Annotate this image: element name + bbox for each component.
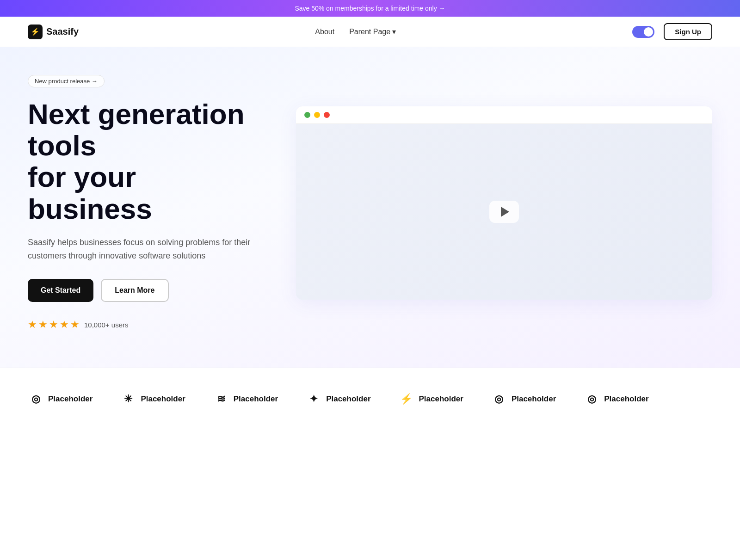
hero-section: New product release → Next generation to… xyxy=(0,47,740,368)
chevron-down-icon: ▾ xyxy=(392,27,396,36)
logo-2: ✳ Placeholder xyxy=(120,391,185,407)
logo-3: ≋ Placeholder xyxy=(213,391,278,407)
hero-right xyxy=(296,106,712,300)
logo-3-icon: ≋ xyxy=(213,391,229,407)
get-started-button[interactable]: Get Started xyxy=(28,279,93,302)
logo-7-icon: ◎ xyxy=(584,391,599,407)
logo-4-icon: ✦ xyxy=(306,391,321,407)
users-count: 10,000+ users xyxy=(84,321,129,329)
logo-6: ◎ Placeholder xyxy=(491,391,556,407)
logos-strip: ◎ Placeholder ✳ Placeholder ≋ Placeholde… xyxy=(0,368,740,430)
hero-description: Saasify helps businesses focus on solvin… xyxy=(28,236,268,263)
dot-red xyxy=(324,112,330,118)
promo-banner[interactable]: Save 50% on memberships for a limited ti… xyxy=(0,0,740,17)
nav-about[interactable]: About xyxy=(315,28,334,36)
hero-title: Next generation tools for your business xyxy=(28,98,268,225)
logo-6-icon: ◎ xyxy=(491,391,507,407)
logo-1: ◎ Placeholder xyxy=(28,391,92,407)
signup-button[interactable]: Sign Up xyxy=(664,23,712,40)
dot-yellow xyxy=(314,112,320,118)
logo-7: ◎ Placeholder xyxy=(584,391,648,407)
logo-7-label: Placeholder xyxy=(604,394,648,404)
logo-1-icon: ◎ xyxy=(28,391,43,407)
nav-parent-page[interactable]: Parent Page ▾ xyxy=(349,27,396,36)
banner-text: Save 50% on memberships for a limited ti… xyxy=(295,5,445,12)
logo-4-label: Placeholder xyxy=(326,394,370,404)
logo-4: ✦ Placeholder xyxy=(306,391,370,407)
learn-more-button[interactable]: Learn More xyxy=(101,279,168,302)
theme-toggle[interactable] xyxy=(632,26,654,38)
star-rating: ★ ★ ★ ★ ★ xyxy=(28,319,80,331)
navbar: ⚡ Saasify About Parent Page ▾ Sign Up xyxy=(0,17,740,47)
social-proof: ★ ★ ★ ★ ★ 10,000+ users xyxy=(28,319,268,331)
logo-2-icon: ✳ xyxy=(120,391,136,407)
nav-right: Sign Up xyxy=(632,23,712,40)
logo-2-label: Placeholder xyxy=(141,394,185,404)
logo-text: Saasify xyxy=(46,26,79,37)
logo-3-label: Placeholder xyxy=(234,394,278,404)
play-icon xyxy=(501,207,509,217)
logo-5: ⚡ Placeholder xyxy=(399,391,463,407)
logo-link[interactable]: ⚡ Saasify xyxy=(28,25,79,39)
logo-1-label: Placeholder xyxy=(48,394,92,404)
logo-5-label: Placeholder xyxy=(419,394,463,404)
browser-mockup xyxy=(296,106,712,300)
new-release-badge[interactable]: New product release → xyxy=(28,75,105,87)
hero-buttons: Get Started Learn More xyxy=(28,279,268,302)
logo-5-icon: ⚡ xyxy=(399,391,414,407)
play-button[interactable] xyxy=(489,201,519,223)
nav-links: About Parent Page ▾ xyxy=(315,27,396,36)
logo-6-label: Placeholder xyxy=(512,394,556,404)
logo-icon: ⚡ xyxy=(28,25,43,39)
dot-green xyxy=(304,112,310,118)
browser-content xyxy=(296,124,712,300)
hero-left: New product release → Next generation to… xyxy=(28,75,268,331)
browser-bar xyxy=(296,106,712,124)
